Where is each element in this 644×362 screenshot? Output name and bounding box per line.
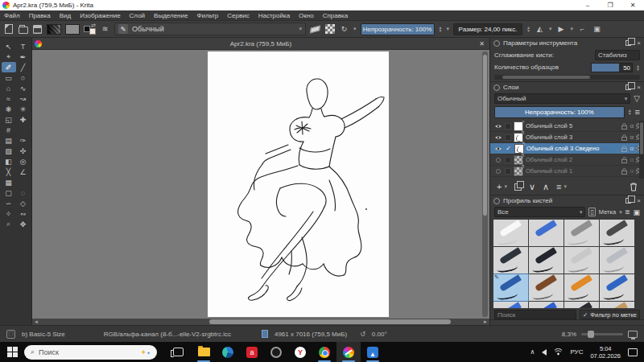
taskbar-app-file-explorer[interactable] — [192, 342, 216, 362]
layer-name[interactable]: Обычный слой 3 Сведено — [526, 145, 619, 152]
brush-preset-eraser-soft[interactable] — [493, 220, 528, 246]
tool-fill[interactable]: ◧ — [2, 156, 16, 167]
tool-bezier-curve[interactable]: ≈ — [2, 93, 16, 104]
tool-enclose-fill[interactable]: ◎ — [16, 156, 31, 167]
minimize-button[interactable]: – — [576, 0, 599, 10]
canvas-vertical-scrollbar[interactable] — [482, 51, 488, 317]
tag-filter-checkbox[interactable]: ✓ Фильтр по метке — [580, 310, 640, 319]
layer-visibility-icon[interactable] — [494, 123, 502, 130]
layer-visibility-icon[interactable] — [494, 134, 502, 141]
layer-row[interactable]: ↰Обычный слой 2α — [490, 154, 644, 166]
alpha-lock-icon[interactable]: α — [630, 167, 634, 175]
preserve-alpha-button[interactable] — [324, 24, 335, 35]
brush-preset-charcoal[interactable] — [564, 302, 599, 308]
menu-выделение[interactable]: Выделение — [154, 12, 188, 19]
layer-visibility-icon[interactable] — [494, 146, 502, 152]
layer-row[interactable]: ↰Обычный слой 5α — [490, 121, 644, 132]
layer-visibility-icon[interactable] — [494, 168, 502, 175]
taskbar-app-ring-app[interactable] — [264, 342, 288, 362]
brush-preset-ink-pen-3[interactable] — [564, 247, 599, 274]
rotation-icon[interactable]: ↺ — [360, 331, 365, 338]
samples-spinner[interactable]: ▲▼ — [636, 64, 640, 71]
layer-toggle-box[interactable] — [505, 134, 511, 141]
new-document-button[interactable] — [3, 24, 14, 35]
clock[interactable]: 5:0407.02.2026 — [590, 345, 621, 360]
lock-icon[interactable] — [621, 146, 627, 152]
start-button[interactable] — [0, 342, 24, 362]
brush-preset-pencil-tan[interactable] — [600, 302, 634, 308]
tool-crop[interactable]: # — [2, 125, 16, 135]
network-icon[interactable] — [554, 348, 563, 356]
alpha-lock-icon[interactable]: α — [630, 134, 634, 141]
canvas-page[interactable] — [208, 51, 389, 317]
tool-pan[interactable]: ✥ — [16, 219, 31, 229]
choose-pattern-icon[interactable]: ≋ — [100, 24, 110, 35]
samples-slider[interactable]: 50 — [591, 63, 633, 72]
brush-editor-button[interactable]: ✎ Обычный ▾ — [114, 23, 306, 35]
taskbar-app-red-app[interactable]: a — [240, 342, 264, 362]
brush-preset-ink-pen-4[interactable] — [600, 247, 634, 274]
menu-правка[interactable]: Правка — [29, 12, 51, 19]
tool-bezier-select[interactable]: ∾ — [16, 208, 31, 219]
pattern-swatch[interactable] — [65, 24, 80, 35]
tool-dynamic-brush[interactable]: ❋ — [2, 104, 16, 114]
brush-preset-marker-orange[interactable] — [564, 274, 599, 301]
layer-opacity-slider[interactable]: Непрозрачность: 100% — [494, 106, 625, 118]
brush-preset-eraser-blue[interactable] — [529, 220, 564, 246]
tool-smart-patch[interactable]: ✣ — [16, 146, 31, 156]
chevron-down-icon[interactable]: ▾ — [570, 26, 573, 32]
notification-icon[interactable] — [628, 348, 638, 356]
layer-menu-icon[interactable]: ≡ — [635, 107, 640, 117]
duplicate-layer-button[interactable] — [514, 183, 522, 191]
tool-rectangle[interactable]: ▭ — [2, 72, 16, 83]
taskbar-search[interactable]: ⌕ Поиск ✦✦ — [24, 345, 157, 360]
reload-preset-button[interactable]: ↻ — [339, 24, 349, 35]
add-layer-button[interactable]: + — [497, 182, 502, 191]
layer-thumbnail[interactable]: ↰ — [514, 167, 523, 176]
document-tab[interactable]: Apr2.kra (759,5 МиБ) ✕ — [32, 38, 489, 50]
tool-similar-select[interactable]: ✧ — [2, 208, 16, 219]
float-docker-icon[interactable] — [625, 198, 631, 204]
maximize-button[interactable]: ❐ — [599, 0, 621, 10]
tool-line[interactable]: ╱ — [16, 62, 31, 72]
layer-toggle-box[interactable] — [505, 157, 511, 163]
tool-ellipse[interactable]: ○ — [16, 72, 31, 83]
chevron-down-icon[interactable]: ▾ — [619, 209, 622, 216]
close-docker-icon[interactable]: × — [637, 39, 641, 47]
menu-сервис[interactable]: Сервис — [227, 12, 249, 19]
brush-preset-pencil-blue-2[interactable] — [493, 302, 528, 308]
opacity-spinner[interactable]: ▲▼ — [439, 26, 443, 32]
delete-layer-button[interactable] — [630, 182, 638, 191]
layer-list-scrollbar[interactable] — [639, 121, 644, 179]
menu-файл[interactable]: Файл — [4, 12, 20, 19]
tool-polyline[interactable]: ∿ — [16, 83, 31, 93]
canvas-area[interactable]: Apr2.kra (759,5 МиБ) ✕ — [32, 38, 489, 325]
taskbar-app-edge[interactable] — [216, 342, 240, 362]
tool-reference-images[interactable]: ▦ — [2, 177, 16, 187]
alpha-lock-icon[interactable]: α — [630, 145, 634, 152]
hidden-icons-chevron[interactable]: ∧ — [530, 348, 535, 356]
lock-icon[interactable] — [621, 123, 627, 130]
brush-preset-ink-pen-2[interactable] — [529, 247, 564, 274]
menu-изображение[interactable]: Изображение — [80, 12, 120, 19]
gradient-swatch[interactable] — [47, 24, 61, 35]
tool-ellipse-select[interactable]: ◌ — [16, 187, 31, 198]
tool-rect-select[interactable]: ▢ — [2, 187, 16, 198]
layer-toggle-box[interactable] — [505, 123, 511, 130]
tool-transform[interactable]: ◱ — [2, 114, 16, 125]
move-layer-up-button[interactable]: ∧ — [543, 182, 549, 192]
tool-color-sampler[interactable]: ✑ — [16, 135, 31, 146]
layer-blend-mode-dropdown[interactable]: Обычный▾ — [494, 93, 630, 104]
canvas-horizontal-scrollbar[interactable]: ◄► — [32, 319, 489, 325]
close-docker-icon[interactable]: × — [637, 197, 641, 204]
layer-name[interactable]: Обычный слой 1 — [526, 167, 619, 175]
zoom-slider[interactable] — [581, 333, 623, 335]
menu-вид[interactable]: Вид — [60, 12, 71, 19]
close-button[interactable]: ✕ — [621, 0, 644, 10]
menu-настройка[interactable]: Настройка — [258, 12, 290, 19]
document-close-icon[interactable]: ✕ — [479, 40, 489, 47]
layer-row[interactable]: ↰Обычный слой 1α — [490, 166, 644, 177]
layer-name[interactable]: Обычный слой 2 — [526, 156, 619, 163]
menu-слой[interactable]: Слой — [130, 12, 145, 19]
tool-move[interactable]: ✚ — [16, 114, 31, 125]
